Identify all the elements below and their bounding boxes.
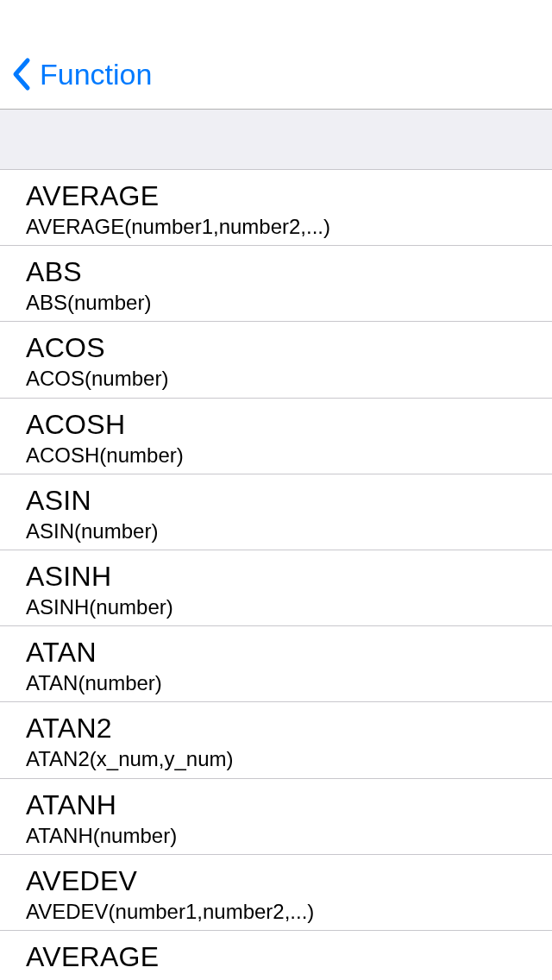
section-header <box>0 110 552 170</box>
back-label: Function <box>40 58 152 91</box>
function-item-asin[interactable]: ASIN ASIN(number) <box>0 474 552 550</box>
function-item-average[interactable]: AVERAGE AVERAGE(number1,number2,...) <box>0 170 552 246</box>
function-name: ABS <box>26 254 552 289</box>
function-signature: ATAN2(x_num,y_num) <box>26 745 552 772</box>
function-signature: ATANH(number) <box>26 822 552 849</box>
function-signature: AVERAGE(number1,number2,...) <box>26 213 552 240</box>
function-name: ATANH <box>26 788 552 822</box>
function-signature: ASIN(number) <box>26 518 552 544</box>
function-item-avedev[interactable]: AVEDEV AVEDEV(number1,number2,...) <box>0 855 552 931</box>
nav-bar: Function <box>0 0 552 110</box>
function-name: ACOSH <box>26 407 552 442</box>
function-name: AVERAGE <box>26 179 552 213</box>
function-signature: ACOS(number) <box>26 365 552 392</box>
function-item-acos[interactable]: ACOS ACOS(number) <box>0 322 552 398</box>
function-item-asinh[interactable]: ASINH ASINH(number) <box>0 550 552 626</box>
function-name: ASINH <box>26 559 552 594</box>
function-item-average-2[interactable]: AVERAGE AVERAGE(number1,number2,...) <box>0 931 552 980</box>
function-signature: ACOSH(number) <box>26 442 552 468</box>
function-name: ATAN <box>26 635 552 669</box>
function-signature: ASINH(number) <box>26 594 552 620</box>
function-item-acosh[interactable]: ACOSH ACOSH(number) <box>0 399 552 474</box>
function-name: ATAN2 <box>26 711 552 745</box>
function-item-atan[interactable]: ATAN ATAN(number) <box>0 626 552 702</box>
function-item-atanh[interactable]: ATANH ATANH(number) <box>0 779 552 855</box>
function-item-atan2[interactable]: ATAN2 ATAN2(x_num,y_num) <box>0 702 552 778</box>
function-name: AVERAGE <box>26 939 552 974</box>
function-name: ACOS <box>26 330 552 365</box>
function-item-abs[interactable]: ABS ABS(number) <box>0 246 552 322</box>
chevron-left-icon <box>10 57 31 91</box>
function-list: AVERAGE AVERAGE(number1,number2,...) ABS… <box>0 170 552 980</box>
function-signature: AVERAGE(number1,number2,...) <box>26 974 552 980</box>
function-signature: AVEDEV(number1,number2,...) <box>26 898 552 925</box>
function-signature: ATAN(number) <box>26 669 552 696</box>
back-button[interactable]: Function <box>10 57 152 91</box>
function-name: AVEDEV <box>26 864 552 898</box>
function-name: ASIN <box>26 483 552 518</box>
function-signature: ABS(number) <box>26 289 552 316</box>
